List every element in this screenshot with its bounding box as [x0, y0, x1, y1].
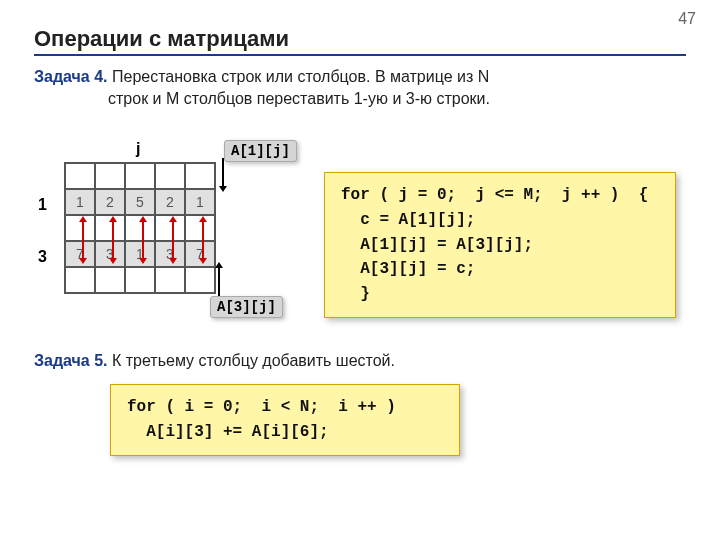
matrix-cell — [155, 267, 185, 293]
matrix-cell — [125, 163, 155, 189]
matrix-cell: 2 — [155, 189, 185, 215]
problem5-body: К третьему столбцу добавить шестой. — [108, 352, 395, 369]
swap-arrow-icon — [192, 222, 222, 258]
swap-arrow-icon — [132, 222, 162, 258]
row3-index: 3 — [38, 248, 47, 266]
matrix-cell: 1 — [65, 189, 95, 215]
code2-line2: A[i][3] += A[i][6]; — [127, 423, 329, 441]
page-title: Операции с матрицами — [34, 26, 289, 52]
problem5-text: Задача 5. К третьему столбцу добавить ше… — [34, 352, 686, 370]
matrix-cell — [185, 267, 215, 293]
code1-line4: A[3][j] = c; — [341, 260, 475, 278]
code-block-swap: for ( j = 0; j <= M; j ++ ) { c = A[1][j… — [324, 172, 676, 318]
matrix-cell: 1 — [185, 189, 215, 215]
matrix-cell — [95, 163, 125, 189]
problem4-line1: Перестановка строк или столбцов. В матри… — [108, 68, 490, 85]
code1-line1: for ( j = 0; j <= M; j ++ ) { — [341, 186, 648, 204]
swap-arrow-icon — [72, 222, 102, 258]
problem4-text: Задача 4. Перестановка строк или столбцо… — [34, 66, 686, 109]
problem4-label: Задача 4. — [34, 68, 108, 85]
row1-index: 1 — [38, 196, 47, 214]
matrix-cell — [65, 163, 95, 189]
pointer-arrow-icon — [222, 158, 224, 186]
problem5-label: Задача 5. — [34, 352, 108, 369]
swap-arrow-icon — [162, 222, 192, 258]
swap-arrow-icon — [102, 222, 132, 258]
matrix-cell: 5 — [125, 189, 155, 215]
title-underline — [34, 54, 686, 56]
code1-line5: } — [341, 285, 370, 303]
code1-line2: c = A[1][j]; — [341, 211, 475, 229]
matrix-cell: 2 — [95, 189, 125, 215]
matrix-cell — [125, 267, 155, 293]
code2-line1: for ( i = 0; i < N; i ++ ) — [127, 398, 396, 416]
code1-line3: A[1][j] = A[3][j]; — [341, 236, 533, 254]
j-label: j — [136, 140, 140, 158]
a1j-label: A[1][j] — [224, 140, 297, 162]
matrix-cell — [155, 163, 185, 189]
matrix-cell — [185, 163, 215, 189]
page-number: 47 — [678, 10, 696, 28]
pointer-arrow-icon — [218, 268, 220, 296]
code-block-addcol: for ( i = 0; i < N; i ++ ) A[i][3] += A[… — [110, 384, 460, 456]
matrix-cell — [65, 267, 95, 293]
matrix-cell — [95, 267, 125, 293]
problem4-line2: строк и M столбцов переставить 1-ую и 3-… — [108, 90, 490, 107]
a3j-label: A[3][j] — [210, 296, 283, 318]
